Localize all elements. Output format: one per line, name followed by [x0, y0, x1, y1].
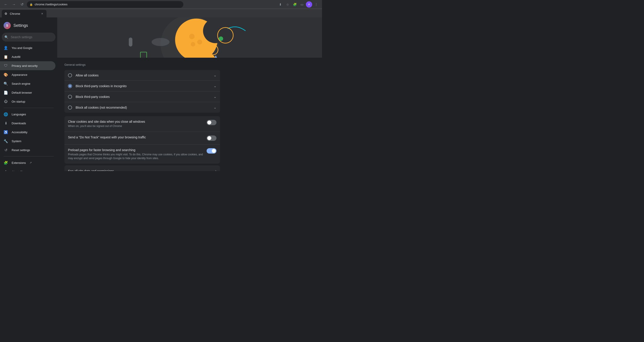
- power-icon: ⏻: [4, 99, 8, 104]
- tab-bar: ⚙ Chrome ✕: [0, 9, 322, 18]
- sidebar-label-autofill: Autofill: [12, 55, 20, 58]
- sidebar-label-reset-settings: Reset settings: [12, 148, 30, 152]
- see-all-arrow-icon: ›: [215, 168, 216, 171]
- sidebar-label-languages: Languages: [12, 113, 26, 116]
- clear-cookies-desc: When on, you'll also be signed out of Ch…: [68, 124, 203, 128]
- sidebar-logo: S Settings: [0, 19, 57, 33]
- see-all-label: See all site data and permissions: [68, 169, 215, 171]
- sidebar-item-default-browser[interactable]: 📄 Default browser: [0, 88, 56, 97]
- sidebar-item-downloads[interactable]: ⬇ Downloads: [0, 119, 56, 128]
- sidebar-item-on-startup[interactable]: ⏻ On startup: [0, 97, 56, 106]
- extension-button[interactable]: 🧩: [292, 1, 298, 8]
- block-third-party-option[interactable]: Block third-party cookies ⌄: [64, 92, 220, 102]
- sidebar-label-downloads: Downloads: [12, 122, 26, 125]
- sidebar-label-on-startup: On startup: [12, 100, 25, 103]
- do-not-track-toggle[interactable]: [206, 136, 216, 141]
- svg-rect-6: [140, 52, 147, 58]
- do-not-track-toggle-thumb: [207, 136, 211, 140]
- clear-cookies-title: Clear cookies and site data when you clo…: [68, 120, 203, 124]
- clear-cookies-setting: Clear cookies and site data when you clo…: [64, 116, 220, 132]
- sidebar-item-about-chrome[interactable]: ℹ About Chrome: [0, 167, 56, 171]
- menu-button[interactable]: ⋮: [313, 1, 319, 8]
- svg-point-4: [191, 42, 195, 46]
- active-tab[interactable]: ⚙ Chrome ✕: [2, 10, 46, 18]
- preload-pages-setting: Preload pages for faster browsing and se…: [64, 144, 220, 164]
- cookie-svg: [111, 18, 268, 58]
- allow-all-cookies-option[interactable]: Allow all cookies ⌄: [64, 70, 220, 81]
- address-bar[interactable]: 🔒 chrome://settings/cookies: [27, 1, 183, 8]
- allow-all-chevron: ⌄: [214, 73, 216, 77]
- search-icon: 🔍: [4, 35, 8, 39]
- cookie-illustration: [57, 18, 322, 58]
- sidebar-item-search-engine[interactable]: 🔍 Search engine: [0, 79, 56, 88]
- content-area: General settings Allow all cookies ⌄ Blo…: [57, 18, 322, 171]
- sidebar-label-privacy: Privacy and security: [12, 64, 38, 68]
- tab-title: Chrome: [10, 12, 38, 16]
- clear-cookies-toggle-thumb: [207, 120, 211, 124]
- shield-icon: 🛡: [4, 64, 8, 68]
- see-all-row[interactable]: See all site data and permissions ›: [64, 166, 220, 171]
- download-button[interactable]: ⬇: [277, 1, 284, 8]
- tab-close-button[interactable]: ✕: [40, 12, 44, 16]
- address-text: chrome://settings/cookies: [35, 3, 68, 6]
- block-third-party-chevron: ⌄: [214, 94, 216, 99]
- reset-icon: ↺: [4, 148, 8, 152]
- general-settings-title: General settings: [64, 63, 220, 66]
- svg-rect-7: [129, 38, 132, 46]
- split-view-button[interactable]: ▭: [299, 1, 305, 8]
- sidebar-item-system[interactable]: 🔧 System: [0, 136, 56, 146]
- preload-pages-desc: Preloads pages that Chrome thinks you mi…: [68, 153, 203, 160]
- block-all-option[interactable]: Block all cookies (not recommended) ⌄: [64, 102, 220, 113]
- allow-all-radio[interactable]: [68, 73, 72, 77]
- block-all-label: Block all cookies (not recommended): [76, 106, 214, 109]
- extensions-icon: 🧩: [4, 160, 8, 165]
- sidebar-item-accessibility[interactable]: ♿ Accessibility: [0, 128, 56, 136]
- sidebar-label-extensions: Extensions: [12, 161, 26, 164]
- preload-pages-toggle[interactable]: [206, 148, 216, 154]
- block-all-radio[interactable]: [68, 106, 72, 110]
- block-incognito-chevron: ⌄: [214, 84, 216, 88]
- clear-cookies-toggle[interactable]: [206, 120, 216, 125]
- toggle-settings-group: Clear cookies and site data when you clo…: [64, 116, 220, 164]
- lock-icon: 🔒: [30, 3, 33, 6]
- block-all-chevron: ⌄: [214, 105, 216, 110]
- block-third-party-label: Block third-party cookies: [76, 95, 214, 98]
- clear-cookies-content: Clear cookies and site data when you clo…: [68, 120, 203, 128]
- globe-icon: 🌐: [4, 112, 8, 116]
- svg-point-2: [189, 34, 194, 39]
- sidebar-item-privacy-and-security[interactable]: 🛡 Privacy and security: [0, 61, 56, 70]
- sidebar-item-reset-settings[interactable]: ↺ Reset settings: [0, 146, 56, 154]
- bookmark-button[interactable]: ☆: [284, 1, 291, 8]
- svg-point-3: [197, 40, 202, 44]
- preload-pages-toggle-thumb: [212, 149, 216, 153]
- sidebar-item-autofill[interactable]: 📋 Autofill: [0, 52, 56, 61]
- preload-pages-content: Preload pages for faster browsing and se…: [68, 148, 203, 160]
- sidebar-item-extensions[interactable]: 🧩 Extensions ↗: [0, 158, 56, 167]
- browser-actions: ⬇ ☆ 🧩 ▭ A ⋮: [277, 1, 319, 8]
- settings-title: Settings: [14, 23, 28, 28]
- do-not-track-content: Send a "Do Not Track" request with your …: [68, 136, 203, 140]
- block-incognito-radio[interactable]: [68, 84, 72, 88]
- search-settings-input[interactable]: [2, 33, 56, 42]
- sidebar-item-appearance[interactable]: 🎨 Appearance: [0, 70, 56, 79]
- sidebar-divider: [4, 108, 54, 108]
- settings-section: General settings Allow all cookies ⌄ Blo…: [57, 58, 227, 171]
- do-not-track-title: Send a "Do Not Track" request with your …: [68, 136, 203, 139]
- external-link-icon: ↗: [30, 161, 32, 164]
- wrench-icon: 🔧: [4, 139, 8, 143]
- block-incognito-option[interactable]: Block third-party cookies in Incognito ⌄: [64, 81, 220, 92]
- block-third-party-radio[interactable]: [68, 95, 72, 99]
- person-icon: 👤: [4, 46, 8, 50]
- forward-button[interactable]: →: [11, 1, 17, 8]
- sidebar-item-you-and-google[interactable]: 👤 You and Google: [0, 43, 56, 52]
- reload-button[interactable]: ↺: [19, 1, 25, 8]
- allow-all-label: Allow all cookies: [76, 74, 214, 77]
- block-incognito-label: Block third-party cookies in Incognito: [76, 84, 214, 88]
- back-button[interactable]: ←: [3, 1, 9, 8]
- info-icon: ℹ: [4, 170, 8, 171]
- sidebar-item-languages[interactable]: 🌐 Languages: [0, 110, 56, 119]
- clipboard-icon: 📋: [4, 54, 8, 59]
- profile-button[interactable]: A: [306, 1, 312, 8]
- tab-favicon: ⚙: [4, 12, 8, 16]
- sidebar-label-system: System: [12, 140, 21, 143]
